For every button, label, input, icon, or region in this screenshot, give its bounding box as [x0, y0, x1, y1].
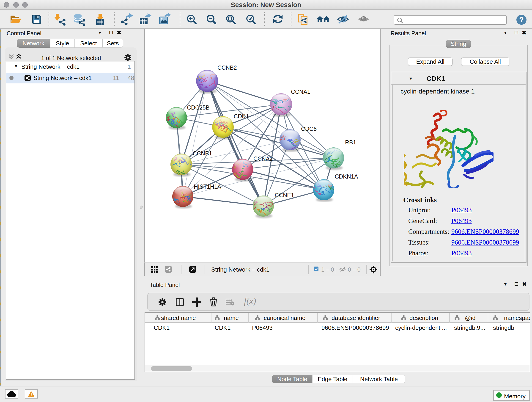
- svg-text:?: ?: [519, 16, 524, 24]
- svg-text:CCNA2: CCNA2: [253, 155, 273, 162]
- svg-text:CCNB1: CCNB1: [193, 150, 212, 157]
- svg-text:CDC25B: CDC25B: [187, 104, 210, 111]
- svg-text:CDKN1A: CDKN1A: [335, 173, 358, 180]
- svg-text:RB1: RB1: [345, 139, 356, 146]
- svg-text:CDC6: CDC6: [301, 126, 317, 132]
- svg-text:CCNE1: CCNE1: [275, 192, 294, 198]
- svg-text:CCNB2: CCNB2: [217, 64, 237, 71]
- svg-text:CCNA1: CCNA1: [291, 89, 310, 95]
- svg-text:HIST1H1A: HIST1H1A: [194, 183, 221, 190]
- svg-text:CDK1: CDK1: [234, 113, 249, 119]
